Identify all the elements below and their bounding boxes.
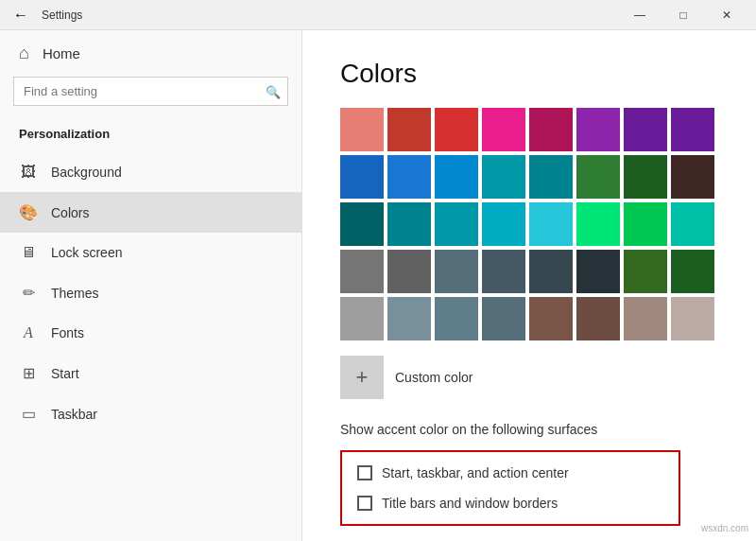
- checkbox-label-title: Title bars and window borders: [382, 496, 558, 511]
- color-swatch[interactable]: [340, 108, 384, 151]
- sidebar-item-background[interactable]: 🖼 Background: [0, 152, 301, 192]
- color-swatch[interactable]: [671, 108, 714, 151]
- lock-screen-icon: 🖥: [19, 244, 38, 261]
- color-swatch[interactable]: [387, 202, 431, 246]
- color-swatch[interactable]: [435, 202, 478, 246]
- sidebar-item-lock-screen[interactable]: 🖥 Lock screen: [0, 233, 301, 272]
- color-swatch[interactable]: [671, 250, 714, 293]
- color-swatch[interactable]: [624, 202, 667, 246]
- color-grid: [340, 108, 718, 340]
- color-swatch[interactable]: [624, 297, 667, 340]
- color-swatch[interactable]: [435, 250, 478, 293]
- checkbox-box-title[interactable]: [357, 496, 372, 511]
- background-icon: 🖼: [19, 164, 38, 181]
- color-swatch[interactable]: [387, 108, 431, 151]
- color-swatch[interactable]: [340, 202, 384, 246]
- themes-label: Themes: [51, 286, 99, 301]
- color-swatch[interactable]: [529, 155, 573, 199]
- custom-color-label: Custom color: [395, 370, 472, 385]
- custom-color-button[interactable]: + Custom color: [340, 356, 718, 399]
- color-swatch[interactable]: [576, 155, 620, 199]
- maximize-button[interactable]: □: [662, 0, 705, 30]
- back-button[interactable]: ←: [8, 2, 34, 28]
- sidebar-item-taskbar[interactable]: ▭ Taskbar: [0, 393, 301, 434]
- colors-icon: 🎨: [19, 203, 38, 221]
- color-swatch[interactable]: [624, 250, 667, 293]
- checkboxes-container: Start, taskbar, and action center Title …: [340, 450, 680, 526]
- color-swatch[interactable]: [482, 155, 525, 199]
- color-swatch[interactable]: [435, 108, 478, 151]
- color-swatch[interactable]: [482, 202, 525, 246]
- start-label: Start: [51, 366, 79, 381]
- back-icon: ←: [13, 7, 28, 24]
- title-bar: ← Settings — □ ✕: [0, 0, 756, 30]
- color-swatch[interactable]: [576, 250, 620, 293]
- color-swatch[interactable]: [576, 202, 620, 246]
- main-layout: ⌂ Home 🔍 Personalization 🖼 Background 🎨 …: [0, 30, 756, 541]
- sidebar-item-themes[interactable]: ✏ Themes: [0, 272, 301, 313]
- sidebar-item-colors[interactable]: 🎨 Colors: [0, 192, 301, 233]
- start-icon: ⊞: [19, 364, 38, 382]
- home-label: Home: [43, 45, 80, 61]
- sidebar-item-home[interactable]: ⌂ Home: [0, 30, 301, 77]
- color-swatch[interactable]: [671, 155, 714, 199]
- color-swatch[interactable]: [529, 108, 573, 151]
- color-swatch[interactable]: [529, 297, 573, 340]
- taskbar-icon: ▭: [19, 405, 38, 423]
- checkbox-box-start[interactable]: [357, 465, 372, 480]
- search-icon: 🔍: [266, 84, 281, 98]
- custom-color-box: +: [340, 356, 384, 399]
- search-input[interactable]: [13, 77, 288, 106]
- color-swatch[interactable]: [576, 108, 620, 151]
- colors-label: Colors: [51, 205, 89, 220]
- color-swatch[interactable]: [340, 250, 384, 293]
- color-swatch[interactable]: [671, 297, 714, 340]
- checkbox-label-start: Start, taskbar, and action center: [382, 465, 569, 480]
- checkbox-title-bars[interactable]: Title bars and window borders: [352, 488, 669, 518]
- close-button[interactable]: ✕: [705, 0, 748, 30]
- themes-icon: ✏: [19, 284, 38, 302]
- page-title: Colors: [340, 59, 718, 89]
- watermark: wsxdn.com: [701, 523, 748, 533]
- sidebar-item-fonts[interactable]: A Fonts: [0, 313, 301, 353]
- window-controls: — □ ✕: [618, 0, 748, 30]
- content-area: Colors + Custom color Show accent color …: [302, 30, 756, 541]
- lock-screen-label: Lock screen: [51, 245, 122, 260]
- color-swatch[interactable]: [387, 155, 431, 199]
- taskbar-label: Taskbar: [51, 407, 97, 422]
- color-swatch[interactable]: [529, 202, 573, 246]
- fonts-label: Fonts: [51, 325, 84, 340]
- checkbox-start-taskbar[interactable]: Start, taskbar, and action center: [352, 458, 669, 488]
- color-swatch[interactable]: [340, 297, 384, 340]
- home-icon: ⌂: [19, 44, 29, 63]
- color-swatch[interactable]: [576, 297, 620, 340]
- color-swatch[interactable]: [482, 108, 525, 151]
- window-title: Settings: [42, 9, 82, 22]
- fonts-icon: A: [19, 324, 38, 341]
- background-label: Background: [51, 165, 122, 180]
- color-swatch[interactable]: [624, 108, 667, 151]
- color-swatch[interactable]: [624, 155, 667, 199]
- sidebar-item-start[interactable]: ⊞ Start: [0, 353, 301, 393]
- sidebar: ⌂ Home 🔍 Personalization 🖼 Background 🎨 …: [0, 30, 302, 541]
- color-swatch[interactable]: [482, 250, 525, 293]
- minimize-button[interactable]: —: [618, 0, 662, 30]
- color-swatch[interactable]: [529, 250, 573, 293]
- color-swatch[interactable]: [435, 297, 478, 340]
- accent-surfaces-title: Show accent color on the following surfa…: [340, 422, 718, 437]
- color-swatch[interactable]: [387, 297, 431, 340]
- color-swatch[interactable]: [387, 250, 431, 293]
- color-swatch[interactable]: [340, 155, 384, 199]
- color-swatch[interactable]: [671, 202, 714, 246]
- color-swatch[interactable]: [435, 155, 478, 199]
- color-swatch[interactable]: [482, 297, 525, 340]
- section-title: Personalization: [0, 119, 301, 152]
- search-container: 🔍: [13, 77, 288, 106]
